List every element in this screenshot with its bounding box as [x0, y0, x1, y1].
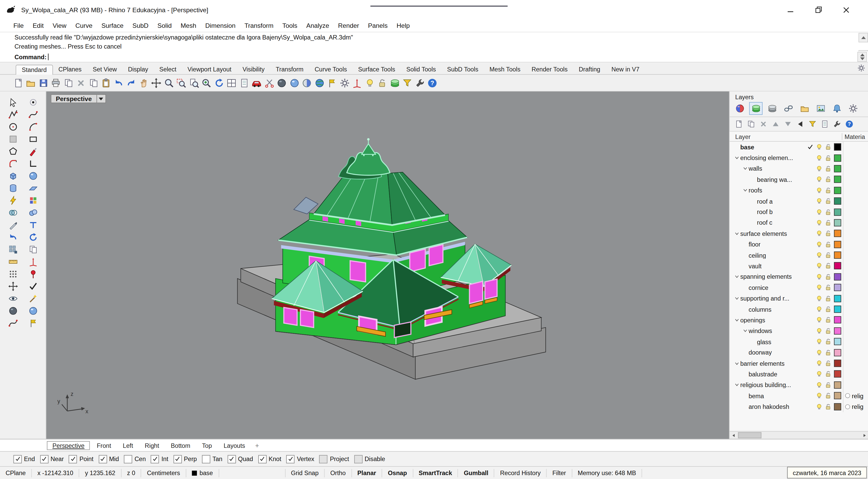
circle-tool-icon[interactable] — [7, 122, 19, 132]
layer-row-roof-c[interactable]: roof c — [730, 217, 868, 228]
layer-lock-icon[interactable] — [823, 154, 832, 162]
layer-visibility-bulb-icon[interactable] — [814, 403, 823, 410]
status-filter[interactable]: Filter — [547, 469, 572, 477]
offset-tool-icon[interactable] — [27, 158, 38, 168]
menu-transform[interactable]: Transform — [240, 21, 278, 30]
layer-material-cell[interactable] — [843, 293, 868, 304]
restore-button[interactable] — [810, 4, 827, 16]
layer-visibility-bulb-icon[interactable] — [814, 251, 823, 259]
viewport-layout-icon[interactable] — [225, 77, 237, 89]
menu-dimension[interactable]: Dimension — [201, 21, 240, 30]
layer-lock-icon[interactable] — [823, 392, 832, 399]
paste-icon[interactable] — [100, 77, 112, 89]
scroll-right-icon[interactable] — [861, 432, 868, 439]
viewport-tab-front[interactable]: Front — [92, 441, 116, 449]
scale-tool-icon[interactable] — [7, 256, 19, 266]
layer-visibility-bulb-icon[interactable] — [814, 219, 823, 226]
3d-scene[interactable]: z x y — [46, 91, 729, 439]
layer-color-swatch[interactable] — [834, 316, 841, 324]
layer-visibility-bulb-icon[interactable] — [814, 241, 823, 248]
redo-icon[interactable] — [125, 77, 137, 89]
layer-row-bema[interactable]: bemarelig — [730, 390, 868, 401]
osnap-cen[interactable]: Cen — [124, 455, 146, 463]
osnap-point-checkbox[interactable] — [69, 455, 77, 463]
layer-report-icon[interactable] — [820, 119, 829, 129]
layer-material-cell[interactable] — [843, 174, 868, 185]
layer-color-swatch[interactable] — [834, 219, 841, 226]
toolbar-tab-cplanes[interactable]: CPlanes — [53, 65, 87, 74]
layer-row-glass[interactable]: glass — [730, 337, 868, 347]
menu-edit[interactable]: Edit — [28, 21, 48, 30]
toolbar-tab-viewport-layout[interactable]: Viewport Layout — [182, 65, 237, 74]
layer-lock-icon[interactable] — [823, 251, 832, 259]
perspective-viewport[interactable]: z x y Perspective — [46, 91, 729, 439]
toolbar-tab-render-tools[interactable]: Render Tools — [526, 65, 573, 74]
layer-material-cell[interactable] — [843, 272, 868, 282]
layer-color-swatch[interactable] — [834, 208, 841, 216]
layer-color-swatch[interactable] — [834, 176, 841, 183]
layer-lock-icon[interactable] — [823, 176, 832, 183]
point-tool-icon[interactable] — [27, 97, 38, 107]
osnap-quad[interactable]: Quad — [227, 455, 253, 463]
layer-expand-icon[interactable] — [733, 360, 740, 366]
layer-color-swatch[interactable] — [834, 392, 841, 399]
layer-lock-icon[interactable] — [823, 262, 832, 269]
layer-color-swatch[interactable] — [834, 284, 841, 291]
layer-visibility-bulb-icon[interactable] — [814, 371, 823, 378]
toolbar-tab-transform[interactable]: Transform — [270, 65, 309, 74]
render-tool-icon[interactable] — [27, 306, 38, 316]
layer-visibility-bulb-icon[interactable] — [814, 284, 823, 291]
toolbar-tab-standard[interactable]: Standard — [16, 65, 53, 75]
viewport-tab-right[interactable]: Right — [140, 441, 164, 449]
layer-color-swatch[interactable] — [834, 230, 841, 237]
layer-color-swatch[interactable] — [834, 187, 841, 194]
toolbar-tab-drafting[interactable]: Drafting — [573, 65, 606, 74]
viewport-tab-perspective[interactable]: Perspective — [47, 441, 90, 450]
menu-solid[interactable]: Solid — [153, 21, 176, 30]
named-views-icon[interactable] — [238, 77, 250, 89]
layer-lock-icon[interactable] — [823, 284, 832, 291]
layer-visibility-bulb-icon[interactable] — [814, 381, 823, 389]
status-ortho[interactable]: Ortho — [324, 469, 352, 477]
layer-row-vault[interactable]: vault — [730, 260, 868, 272]
layer-expand-icon[interactable] — [733, 231, 740, 236]
cut-icon[interactable] — [263, 77, 275, 89]
layer-row-openings[interactable]: openings — [730, 315, 868, 325]
layer-row-windows[interactable]: windows — [730, 325, 868, 337]
layer-color-swatch[interactable] — [834, 143, 841, 151]
layer-row-supporting-and-r[interactable]: supporting and r... — [730, 293, 868, 304]
toolbar-tab-set-view[interactable]: Set View — [87, 65, 122, 74]
layer-material-cell[interactable] — [843, 196, 868, 206]
layer-lock-icon[interactable] — [823, 165, 832, 172]
layer-material-cell[interactable] — [843, 260, 868, 272]
menu-analyze[interactable]: Analyze — [302, 21, 334, 30]
osnap-near[interactable]: Near — [40, 455, 64, 463]
menu-help[interactable]: Help — [392, 21, 414, 30]
layer-color-swatch[interactable] — [834, 295, 841, 302]
zoom-dynamic-icon[interactable] — [163, 77, 175, 89]
lock-object-icon[interactable] — [376, 77, 388, 89]
layers-tab-icon[interactable] — [749, 102, 763, 115]
viewport-tab-left[interactable]: Left — [118, 441, 138, 449]
save-file-icon[interactable] — [37, 77, 49, 89]
layer-lock-icon[interactable] — [823, 241, 832, 248]
layer-color-swatch[interactable] — [834, 241, 841, 248]
layer-row-aron-hakodesh[interactable]: aron hakodeshrelig — [730, 401, 868, 412]
layer-color-swatch[interactable] — [834, 165, 841, 172]
menu-tools[interactable]: Tools — [278, 21, 302, 30]
status-y-1235-162[interactable]: y 1235.162 — [79, 469, 121, 477]
layer-visibility-bulb-icon[interactable] — [814, 165, 823, 172]
layer-lock-icon[interactable] — [823, 381, 832, 389]
layer-expand-icon[interactable] — [741, 166, 749, 171]
layer-lock-icon[interactable] — [823, 403, 832, 410]
layer-lock-icon[interactable] — [823, 197, 832, 205]
layer-visibility-bulb-icon[interactable] — [814, 349, 823, 356]
osnap-quad-checkbox[interactable] — [227, 455, 236, 463]
links-tab-icon[interactable] — [781, 102, 795, 115]
layer-material-cell[interactable] — [843, 141, 868, 153]
osnap-near-checkbox[interactable] — [40, 455, 48, 463]
layer-row-ceiling[interactable]: ceiling — [730, 250, 868, 261]
layers-help-icon[interactable]: ? — [845, 119, 854, 129]
osnap-project-checkbox[interactable] — [319, 455, 328, 463]
osnap-disable-checkbox[interactable] — [354, 455, 362, 463]
